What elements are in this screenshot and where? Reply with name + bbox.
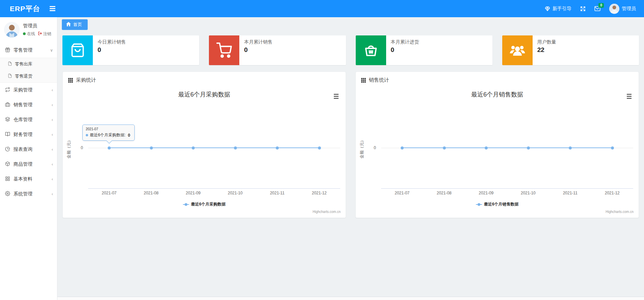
- tooltip-category: 2021-07: [86, 127, 131, 131]
- shopping-basket-icon: [356, 35, 386, 65]
- sidebar-item-basic-data[interactable]: 基本资料 ‹: [0, 172, 57, 187]
- chart-legend[interactable]: 最近6个月销售数据: [356, 201, 639, 207]
- tab-home[interactable]: 首页: [62, 19, 88, 30]
- x-axis-line: [381, 188, 633, 189]
- legend-label: 最近6个月销售数据: [484, 201, 519, 207]
- chevron-left-icon: ‹: [52, 177, 53, 182]
- data-point[interactable]: [611, 146, 614, 149]
- legend-marker-icon: [476, 203, 482, 206]
- sidebar-item-retail[interactable]: 零售管理 ∨: [0, 43, 57, 58]
- briefcase-icon: [5, 102, 10, 108]
- layers-icon: [5, 117, 10, 123]
- chart-menu-button[interactable]: [333, 93, 340, 100]
- sidebar-item-label: 采购管理: [14, 87, 32, 93]
- data-point[interactable]: [401, 146, 404, 149]
- card-title: 今日累计销售: [98, 39, 126, 45]
- username-label: 管理员: [622, 6, 636, 12]
- data-point[interactable]: [108, 146, 111, 149]
- sidebar-item-label: 零售出库: [15, 61, 32, 67]
- guide-label: 新手引导: [553, 6, 571, 12]
- app-logo[interactable]: ERP平台: [0, 4, 40, 13]
- data-point[interactable]: [276, 146, 279, 149]
- chevron-left-icon: ‹: [52, 147, 53, 152]
- card-today-sales[interactable]: 今日累计销售 0: [62, 35, 199, 65]
- sidebar-item-system[interactable]: 系统管理 ‹: [0, 187, 57, 201]
- sidebar-item-label: 零售退货: [15, 73, 32, 79]
- chevron-down-icon: ∨: [50, 48, 53, 53]
- tab-label: 首页: [73, 22, 82, 28]
- card-month-sales[interactable]: 本月累计销售 0: [209, 35, 346, 65]
- messages-button[interactable]: 0: [594, 6, 600, 11]
- card-value: 0: [391, 46, 419, 54]
- highcharts-credit[interactable]: Highcharts.com.cn: [313, 210, 341, 214]
- chart-panels-row: 采购统计 最近6个月采购数据 金额（元） 0: [62, 72, 639, 218]
- sidebar-item-finance[interactable]: 财务管理 ‹: [0, 127, 57, 142]
- sidebar-item-label: 财务管理: [14, 132, 32, 138]
- chevron-left-icon: ‹: [52, 88, 53, 92]
- sign-out-icon: [38, 31, 42, 36]
- main-content: 首页 今日累计销售 0 本月累计销售 0: [57, 17, 644, 300]
- chart-legend[interactable]: 最近6个月采购数据: [63, 201, 346, 207]
- data-point[interactable]: [443, 146, 446, 149]
- shopping-cart-icon: [209, 35, 239, 65]
- home-icon: [66, 22, 71, 27]
- data-point[interactable]: [192, 146, 195, 149]
- data-point[interactable]: [150, 146, 153, 149]
- erp-dashboard: ERP平台 新手引导 0: [0, 0, 644, 300]
- chart-tooltip: 2021-07 最近6个月采购数据: 0: [82, 125, 135, 141]
- sidebar-item-label: 销售管理: [14, 102, 32, 108]
- grid-icon: [5, 176, 10, 182]
- data-point[interactable]: [234, 146, 237, 149]
- card-value: 0: [244, 46, 272, 54]
- card-value: 0: [98, 46, 126, 54]
- data-point[interactable]: [569, 146, 572, 149]
- chevron-left-icon: ‹: [52, 117, 53, 122]
- highcharts-credit[interactable]: Highcharts.com.cn: [606, 210, 634, 214]
- x-axis-labels: 2021-07 2021-08 2021-09 2021-10 2021-11 …: [88, 191, 340, 195]
- purchase-chart: 最近6个月采购数据 金额（元） 0 2021-07 2021-08: [63, 72, 346, 218]
- data-point[interactable]: [527, 146, 530, 149]
- guide-link[interactable]: 新手引导: [545, 6, 571, 12]
- logout-link[interactable]: 注销: [38, 31, 51, 37]
- fullscreen-button[interactable]: [580, 6, 586, 11]
- sidebar-item-warehouse[interactable]: 仓库管理 ‹: [0, 112, 57, 127]
- sidebar-item-label: 仓库管理: [14, 117, 32, 123]
- footer-strip: [57, 297, 644, 300]
- fullscreen-icon: [580, 6, 586, 11]
- data-point[interactable]: [485, 146, 488, 149]
- data-point[interactable]: [318, 146, 321, 149]
- card-title: 本月累计进货: [391, 39, 419, 45]
- series-dot-icon: [86, 134, 88, 136]
- sidebar-item-reports[interactable]: 报表查询 ‹: [0, 142, 57, 157]
- gem-icon: [545, 6, 550, 11]
- profile-name: 管理员: [23, 23, 51, 29]
- sidebar-toggle-button[interactable]: [48, 4, 57, 13]
- card-user-count[interactable]: 用户数量 22: [502, 35, 639, 65]
- users-icon: [502, 35, 533, 65]
- book-icon: [5, 132, 10, 138]
- online-status-label: 在线: [27, 31, 35, 37]
- retail-submenu: 零售出库 零售退货: [0, 58, 57, 83]
- shopping-bag-icon: [62, 35, 93, 65]
- card-title: 本月累计销售: [244, 39, 272, 45]
- series-line: [109, 147, 319, 148]
- file-icon: [8, 61, 12, 67]
- chart-menu-button[interactable]: [626, 93, 633, 100]
- logout-label: 注销: [43, 31, 51, 37]
- sidebar-item-retail-return[interactable]: 零售退货: [0, 70, 57, 82]
- sidebar-item-products[interactable]: 商品管理 ‹: [0, 157, 57, 172]
- sidebar-menu: 零售管理 ∨ 零售出库 零售退货 采购管理 ‹: [0, 43, 57, 201]
- card-month-purchases[interactable]: 本月累计进货 0: [356, 35, 492, 65]
- y-axis-title: 金额（元）: [359, 135, 365, 162]
- sidebar-item-purchase[interactable]: 采购管理 ‹: [0, 83, 57, 98]
- user-menu[interactable]: 管理员: [609, 4, 636, 14]
- pie-chart-icon: [5, 146, 10, 153]
- card-value: 22: [537, 46, 556, 54]
- sidebar-item-retail-outbound[interactable]: 零售出库: [0, 58, 57, 70]
- sales-chart: 最近6个月销售数据 金额（元） 0 2021-07 2021-08: [356, 72, 639, 218]
- legend-marker-icon: [183, 203, 189, 206]
- y-axis-tick: 0: [73, 145, 83, 150]
- sidebar-item-sales[interactable]: 销售管理 ‹: [0, 98, 57, 112]
- chart-title: 最近6个月采购数据: [63, 90, 346, 99]
- tooltip-series: 最近6个月采购数据:: [90, 132, 126, 138]
